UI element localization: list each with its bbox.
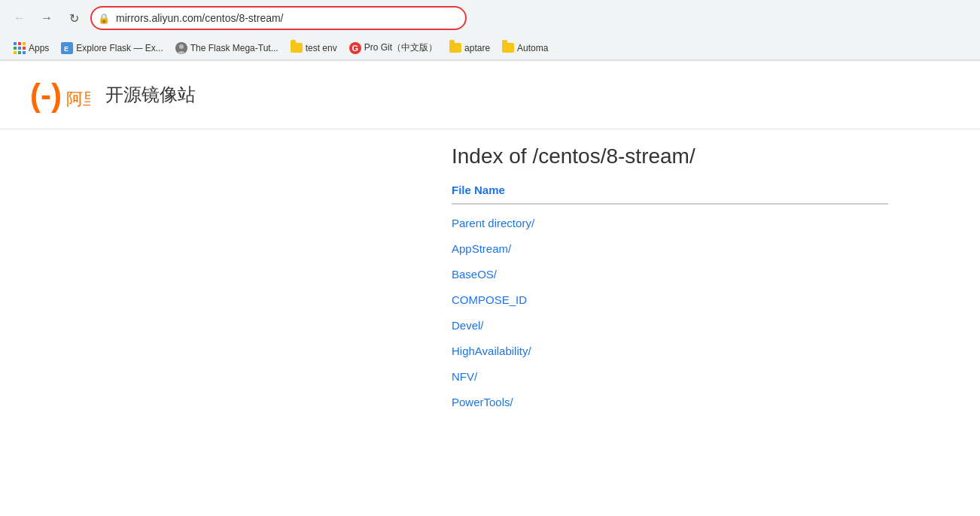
file-link-baseos[interactable]: BaseOS/: [452, 268, 497, 281]
logo-area: (-) 阿里云 开源镜像站: [30, 76, 196, 114]
bookmark-pro-git-label: Pro Git（中文版）: [364, 41, 437, 54]
svg-text:E: E: [64, 45, 68, 53]
explore-flask-icon: E: [61, 42, 73, 54]
file-item-baseos: BaseOS/: [452, 262, 888, 287]
automa-folder-icon: [502, 43, 514, 53]
test-env-folder-icon: [291, 43, 303, 53]
file-item-parent: Parent directory/: [452, 211, 888, 236]
file-item-compose-id: COMPOSE_ID: [452, 287, 888, 313]
file-list: Parent directory/ AppStream/ BaseOS/ COM…: [452, 211, 888, 415]
index-title: Index of /centos/8-stream/: [30, 144, 873, 168]
address-bar-wrapper: 🔒: [90, 6, 467, 30]
svg-text:(-): (-): [30, 77, 62, 113]
address-bar[interactable]: [90, 6, 467, 30]
file-item-powertools: PowerTools/: [452, 390, 888, 415]
pro-git-icon: G: [349, 42, 361, 54]
file-link-appstream[interactable]: AppStream/: [452, 242, 511, 255]
site-tagline: 开源镜像站: [105, 83, 196, 107]
browser-chrome: ← → ↻ 🔒 Apps E Explore Flask — Ex...: [0, 0, 980, 61]
file-link-powertools[interactable]: PowerTools/: [452, 396, 513, 408]
bookmark-test-env-label: test env: [306, 43, 337, 53]
file-item-highavailability: HighAvailability/: [452, 338, 888, 364]
back-button[interactable]: ←: [9, 8, 30, 29]
file-link-parent[interactable]: Parent directory/: [452, 217, 534, 229]
bookmark-flask-mega-label: The Flask Mega-Tut...: [190, 43, 278, 53]
site-header: (-) 阿里云 开源镜像站: [0, 61, 980, 129]
browser-toolbar: ← → ↻ 🔒: [0, 0, 980, 36]
bookmark-automa-label: Automa: [517, 43, 548, 53]
file-item-nfv: NFV/: [452, 364, 888, 390]
file-link-highavailability[interactable]: HighAvailability/: [452, 345, 531, 357]
bookmark-test-env[interactable]: test env: [286, 41, 342, 56]
file-link-compose-id[interactable]: COMPOSE_ID: [452, 293, 527, 306]
bookmark-apps[interactable]: Apps: [9, 40, 53, 56]
aliyun-logo-icon: (-) 阿里云: [30, 76, 90, 114]
aptare-folder-icon: [449, 43, 461, 53]
svg-point-3: [179, 44, 184, 49]
bookmark-flask-mega[interactable]: The Flask Mega-Tut...: [171, 40, 283, 56]
bookmark-explore-flask-label: Explore Flask — Ex...: [76, 43, 163, 53]
file-link-nfv[interactable]: NFV/: [452, 370, 477, 383]
main-content: Index of /centos/8-stream/ File Name Par…: [0, 129, 903, 445]
bookmark-aptare[interactable]: aptare: [445, 41, 495, 56]
bookmarks-bar: Apps E Explore Flask — Ex... The Flask M…: [0, 36, 980, 60]
reload-button[interactable]: ↻: [63, 8, 84, 29]
file-table-header: File Name: [452, 184, 888, 205]
forward-button[interactable]: →: [36, 8, 57, 29]
bookmark-aptare-label: aptare: [464, 43, 490, 53]
column-filename: File Name: [452, 184, 505, 196]
file-link-devel[interactable]: Devel/: [452, 319, 484, 332]
file-item-appstream: AppStream/: [452, 236, 888, 262]
bookmark-pro-git[interactable]: G Pro Git（中文版）: [345, 39, 442, 56]
bookmark-apps-label: Apps: [29, 43, 49, 53]
apps-grid-icon: [14, 42, 26, 54]
lock-icon: 🔒: [98, 13, 110, 24]
bookmark-explore-flask[interactable]: E Explore Flask — Ex...: [56, 40, 167, 56]
page-content: (-) 阿里云 开源镜像站 Index of /centos/8-stream/…: [0, 61, 980, 445]
bookmark-automa[interactable]: Automa: [498, 41, 552, 56]
flask-mega-icon: [175, 42, 187, 54]
svg-text:阿里云: 阿里云: [66, 90, 90, 108]
file-item-devel: Devel/: [452, 313, 888, 338]
file-table: File Name Parent directory/ AppStream/ B…: [452, 184, 888, 415]
